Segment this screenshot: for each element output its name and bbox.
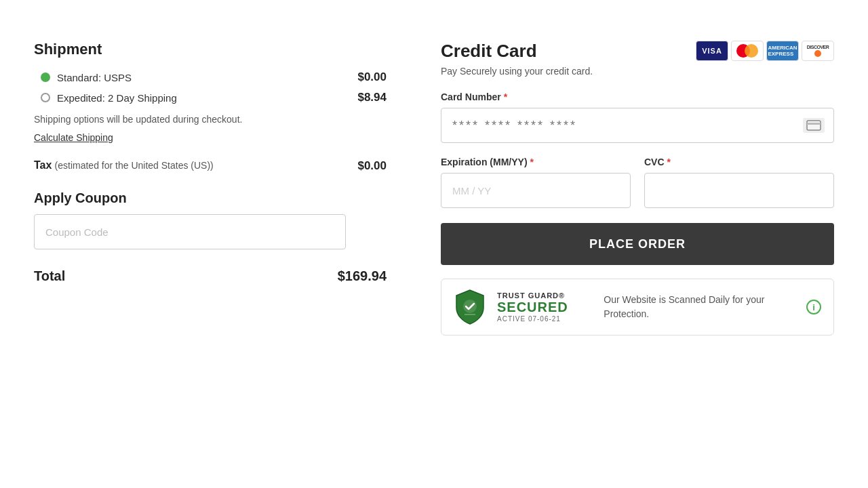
expiry-cvc-row: Expiration (MM/YY) * CVC * — [441, 157, 834, 208]
credit-card-title: Credit Card — [441, 41, 537, 62]
credit-card-icons: VISA AMERICANEXPRESS DISCOVER — [696, 41, 834, 61]
trust-secured: SECURED — [497, 300, 593, 315]
expiry-input[interactable] — [441, 173, 631, 208]
tax-price: $0.00 — [357, 159, 387, 173]
shipping-price-expedited: $8.94 — [357, 91, 387, 104]
svg-rect-1 — [807, 123, 821, 125]
shipping-price-standard: $0.00 — [357, 70, 387, 84]
total-row: Total $169.94 — [34, 268, 387, 284]
card-number-input[interactable] — [441, 108, 834, 143]
cvc-required: * — [667, 157, 671, 167]
shipping-options: Standard: USPS $0.00 Expedited: 2 Day Sh… — [41, 70, 387, 104]
radio-expedited[interactable] — [41, 93, 50, 102]
place-order-button[interactable]: PLACE ORDER — [441, 223, 834, 265]
cvc-field-group: CVC * — [644, 157, 834, 208]
total-price: $169.94 — [338, 268, 387, 284]
card-number-wrapper — [441, 108, 834, 143]
shipping-label-expedited: Expedited: 2 Day Shipping — [57, 92, 177, 104]
page-wrapper: Shipment Standard: USPS $0.00 Expedited:… — [0, 0, 868, 488]
tax-row: Tax (estimated for the United States (US… — [34, 159, 387, 173]
amex-icon: AMERICANEXPRESS — [766, 41, 799, 61]
apply-coupon-title: Apply Coupon — [34, 190, 387, 206]
coupon-code-input[interactable] — [34, 214, 346, 249]
shipping-option-expedited[interactable]: Expedited: 2 Day Shipping $8.94 — [41, 91, 387, 104]
total-label: Total — [34, 268, 65, 284]
cvc-label: CVC * — [644, 157, 834, 167]
radio-standard[interactable] — [41, 73, 50, 82]
shipping-note: Shipping options will be updated during … — [34, 114, 387, 125]
discover-icon: DISCOVER — [802, 41, 834, 61]
cvc-input[interactable] — [644, 173, 834, 208]
trust-guard-badge: TRUST GUARD® SECURED ACTIVE 07-06-21 Our… — [441, 279, 834, 336]
calculate-shipping-link[interactable]: Calculate Shipping — [34, 132, 113, 143]
mastercard-icon — [731, 41, 764, 61]
right-panel: Credit Card VISA AMERICANEXPRESS DISCOVE… — [441, 41, 834, 336]
tax-label: Tax — [34, 159, 52, 171]
expiry-field-group: Expiration (MM/YY) * — [441, 157, 631, 208]
svg-rect-0 — [807, 121, 821, 130]
card-number-label: Card Number * — [441, 92, 834, 102]
trust-text-block: TRUST GUARD® SECURED ACTIVE 07-06-21 — [497, 291, 593, 323]
credit-card-subtitle: Pay Securely using your credit card. — [441, 66, 834, 77]
visa-icon: VISA — [696, 41, 728, 61]
trust-info-icon[interactable]: i — [806, 300, 821, 314]
trust-description: Our Website is Scanned Daily for your Pr… — [604, 293, 795, 321]
left-panel: Shipment Standard: USPS $0.00 Expedited:… — [34, 41, 387, 284]
credit-card-header: Credit Card VISA AMERICANEXPRESS DISCOVE… — [441, 41, 834, 62]
shipping-label-standard: Standard: USPS — [57, 72, 132, 83]
tax-sublabel: (estimated for the United States (US)) — [55, 160, 214, 171]
trust-guard-logo — [454, 289, 486, 325]
shipment-title: Shipment — [34, 41, 387, 58]
card-type-icon — [803, 118, 825, 133]
expiry-required: * — [530, 157, 534, 167]
card-number-required: * — [504, 92, 507, 102]
trust-brand: TRUST GUARD® — [497, 291, 593, 300]
shipping-option-standard[interactable]: Standard: USPS $0.00 — [41, 70, 387, 84]
expiry-label: Expiration (MM/YY) * — [441, 157, 631, 167]
trust-active: ACTIVE 07-06-21 — [497, 315, 593, 323]
